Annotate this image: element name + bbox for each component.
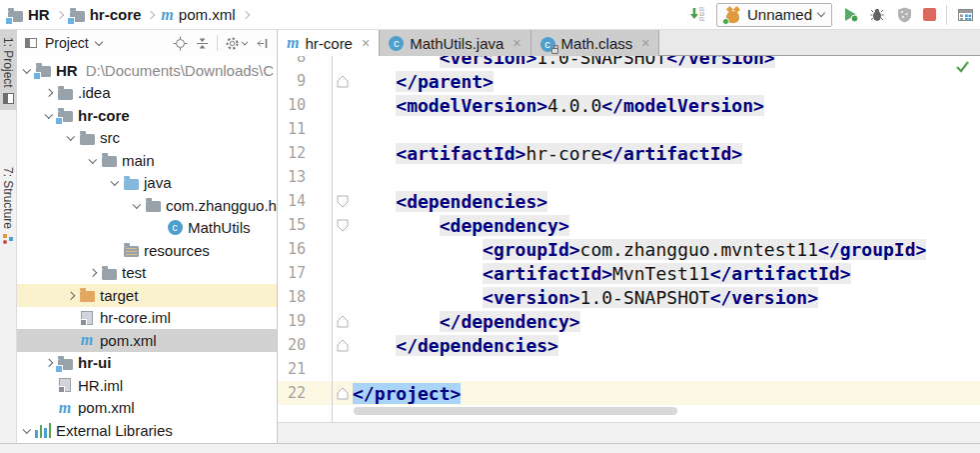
tree-item-label: HR.iml [78,377,123,394]
breadcrumb-item-HR[interactable]: HR [8,6,50,23]
code-text: <modelVersion>4.0.0</modelVersion> [353,95,980,116]
tree-item-icon [56,378,74,392]
tree-item-hr-ui[interactable]: hr-ui [17,352,277,375]
tab-Math.class[interactable]: cMath.class× [531,30,660,56]
code-text: <version>1.0-SNAPSHOT</version> [353,287,980,308]
code-line-18[interactable]: 18 <version>1.0-SNAPSHOT</version> [278,285,980,309]
editor-pane[interactable]: 8 <version>1.0-SNAPSHOT</version>9 </par… [278,56,980,422]
close-tab-icon[interactable]: × [641,35,649,51]
code-line-19[interactable]: 19 </dependency> [278,309,980,333]
code-line-22[interactable]: 22</project> [278,381,980,405]
code-line-15[interactable]: 15 <dependency> [278,213,980,237]
tab-label: Math.class [561,35,633,52]
tree-item-java[interactable]: java [17,172,277,195]
close-tab-icon[interactable]: × [362,35,370,51]
line-number: 17 [278,264,332,282]
tree-item-label: .idea [78,84,111,101]
code-line-12[interactable]: 12 <artifactId>hr-core</artifactId> [278,141,980,165]
fold-marker-icon[interactable] [332,219,353,232]
breadcrumb-chevron-icon [241,10,249,18]
locate-icon[interactable] [173,36,188,51]
tree-item-resources[interactable]: resources [17,239,277,262]
fold-marker-icon[interactable] [332,75,353,88]
tree-item-MathUtils[interactable]: cMathUtils [17,217,277,240]
collapse-all-icon[interactable] [195,36,210,51]
tree-item-test[interactable]: test [17,262,277,285]
tree-item-HR[interactable]: HRD:\Documents\Downloads\C [17,59,277,82]
code-line-21[interactable]: 21 [278,357,980,381]
fold-marker-icon[interactable] [332,339,353,352]
code-line-11[interactable]: 11 [278,117,980,141]
tree-item-hr-core[interactable]: hr-core [17,104,277,127]
tree-item-main[interactable]: main [17,149,277,172]
code-line-17[interactable]: 17 <artifactId>MvnTest11</artifactId> [278,261,980,285]
code-text: <dependencies> [353,191,980,212]
tree-item-pom.xml[interactable]: mpom.xml [17,329,277,352]
code-line-10[interactable]: 10 <modelVersion>4.0.0</modelVersion> [278,93,980,117]
code-line-8[interactable]: 8 <version>1.0-SNAPSHOT</version> [278,56,980,69]
stripe-button-structure[interactable]: 7: Structure [0,160,17,251]
fold-marker-icon[interactable] [332,387,353,400]
gear-icon[interactable] [225,36,248,51]
tree-item-External-Libraries[interactable]: External Libraries [17,419,277,442]
tree-item-.idea[interactable]: .idea [17,82,277,105]
tree-chevron-icon[interactable] [63,135,78,141]
tree-item-label: MathUtils [188,219,251,236]
code-line-13[interactable]: 13 [278,165,980,189]
tree-item-src[interactable]: src [17,127,277,150]
fold-marker-icon[interactable] [332,315,353,328]
code-line-16[interactable]: 16 <groupId>com.zhangguo.mvntest11</grou… [278,237,980,261]
tree-item-hr-core.iml[interactable]: hr-core.iml [17,307,277,330]
breadcrumb-item-hr-core[interactable]: hr-core [70,6,142,23]
run-config-select[interactable]: Unnamed [716,3,832,27]
code-line-9[interactable]: 9 </parent> [278,69,980,93]
project-panel-title[interactable]: Project [45,35,89,51]
run-button[interactable] [842,6,859,23]
folder-icon [80,134,95,145]
tree-item-com.zhangguo.hr.[interactable]: com.zhangguo.hr. [17,194,277,217]
download-sources-icon[interactable]: 011001 [689,6,706,23]
tree-chevron-icon[interactable] [129,203,144,209]
code-text: </dependencies> [353,335,980,356]
source-folder-icon [124,179,139,190]
editor-column: mhr-core×cMathUtils.java×cMath.class× 8 … [278,30,980,443]
tree-chevron-icon[interactable] [19,428,34,434]
run-config-label: Unnamed [747,6,812,23]
project-view-icon [24,36,38,50]
tree-chevron-icon[interactable] [63,293,78,299]
stripe-button-project[interactable]: 1: Project [0,30,17,110]
close-tab-icon[interactable]: × [512,35,520,51]
fold-marker-icon[interactable] [332,195,353,208]
tab-hr-core[interactable]: mhr-core× [278,30,380,56]
code-line-20[interactable]: 20 </dependencies> [278,333,980,357]
iml-file-icon [59,378,71,392]
running-status-dot [722,18,729,25]
class-locked-icon: c [540,34,555,52]
tab-MathUtils.java[interactable]: cMathUtils.java× [380,30,530,56]
code-text: <artifactId>hr-core</artifactId> [353,143,980,164]
toolwindows-button[interactable] [957,7,974,23]
module-folder-icon [58,111,73,122]
tree-chevron-icon[interactable] [41,90,56,96]
line-number: 13 [278,168,332,186]
line-number: 10 [278,96,332,114]
tree-chevron-icon[interactable] [85,270,100,276]
debug-button[interactable] [869,6,886,23]
horizontal-scrollbar[interactable] [354,407,677,415]
line-number: 16 [278,240,332,258]
code-line-14[interactable]: 14 <dependencies> [278,189,980,213]
tree-item-pom.xml[interactable]: mpom.xml [17,397,277,420]
tree-item-target[interactable]: target [17,284,277,307]
breadcrumb-item-pom.xml[interactable]: mpom.xml [161,6,235,23]
coverage-button[interactable] [896,6,913,23]
inspection-ok-icon[interactable] [955,59,970,76]
line-number: 9 [278,72,332,90]
hide-panel-icon[interactable] [255,36,270,51]
code-text: </dependency> [353,311,980,332]
tree-chevron-icon[interactable] [107,180,122,186]
tree-chevron-icon[interactable] [85,158,100,164]
stop-button[interactable] [923,8,936,21]
tree-item-HR.iml[interactable]: HR.iml [17,374,277,397]
chevron-down-icon[interactable] [94,37,102,45]
tree-item-path: D:\Documents\Downloads\C [86,62,274,79]
